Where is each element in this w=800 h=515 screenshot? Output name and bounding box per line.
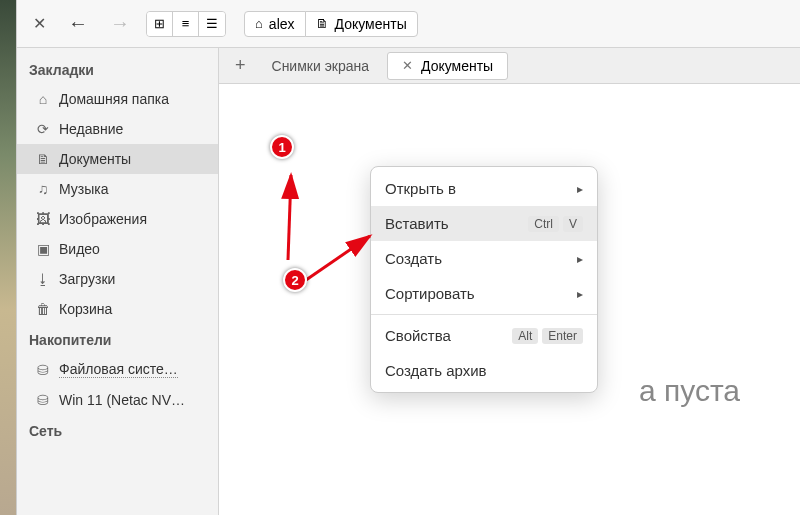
sidebar-item-pictures[interactable]: 🖼 Изображения: [17, 204, 218, 234]
recent-icon: ⟳: [35, 121, 51, 137]
shortcut-keys: Ctrl V: [528, 216, 583, 232]
annotation-badge-1: 1: [270, 135, 294, 159]
new-tab-button[interactable]: +: [227, 55, 254, 76]
menu-item-label: Открыть в: [385, 180, 456, 197]
tab-screenshots[interactable]: Снимки экрана: [258, 53, 383, 79]
submenu-arrow-icon: ▸: [577, 287, 583, 301]
menu-item-create-archive[interactable]: Создать архив: [371, 353, 597, 388]
sidebar-item-trash[interactable]: 🗑 Корзина: [17, 294, 218, 324]
sidebar-section-network: Сеть: [17, 415, 218, 445]
sidebar-item-music[interactable]: ♫ Музыка: [17, 174, 218, 204]
key-alt: Alt: [512, 328, 538, 344]
tab-bar: + Снимки экрана ✕ Документы: [219, 48, 800, 84]
sidebar-item-label: Корзина: [59, 301, 112, 317]
menu-item-create[interactable]: Создать ▸: [371, 241, 597, 276]
sidebar-item-label: Изображения: [59, 211, 147, 227]
home-icon: ⌂: [35, 91, 51, 107]
home-icon: ⌂: [255, 16, 263, 31]
toolbar: ✕ ← → ⊞ ≡ ☰ ⌂ alex 🗎 Документы: [17, 0, 800, 48]
menu-item-sort[interactable]: Сортировать ▸: [371, 276, 597, 311]
submenu-arrow-icon: ▸: [577, 252, 583, 266]
menu-item-properties[interactable]: Свойства Alt Enter: [371, 318, 597, 353]
sidebar: Закладки ⌂ Домашняя папка ⟳ Недавние 🗎 Д…: [17, 48, 219, 515]
annotation-badge-2: 2: [283, 268, 307, 292]
key-v: V: [563, 216, 583, 232]
document-icon: 🗎: [35, 151, 51, 167]
sidebar-item-label: Недавние: [59, 121, 123, 137]
pictures-icon: 🖼: [35, 211, 51, 227]
breadcrumb-segment-home[interactable]: ⌂ alex: [244, 11, 306, 37]
menu-separator: [371, 314, 597, 315]
sidebar-item-win11[interactable]: ⛁ Win 11 (Netac NV…: [17, 385, 218, 415]
sidebar-item-home[interactable]: ⌂ Домашняя папка: [17, 84, 218, 114]
menu-item-label: Свойства: [385, 327, 451, 344]
nav-back-button[interactable]: ←: [62, 12, 94, 35]
context-menu: Открыть в ▸ Вставить Ctrl V Создать ▸ Со…: [370, 166, 598, 393]
view-mode-group: ⊞ ≡ ☰: [146, 11, 226, 37]
trash-icon: 🗑: [35, 301, 51, 317]
drive-icon: ⛁: [35, 362, 51, 378]
tab-label: Документы: [421, 58, 493, 74]
sidebar-item-label: Файловая систе…: [59, 361, 178, 378]
tab-label: Снимки экрана: [272, 58, 369, 74]
document-icon: 🗎: [316, 16, 329, 31]
sidebar-item-label: Домашняя папка: [59, 91, 169, 107]
submenu-arrow-icon: ▸: [577, 182, 583, 196]
view-columns-button[interactable]: ☰: [199, 12, 225, 36]
breadcrumb: ⌂ alex 🗎 Документы: [244, 11, 418, 37]
menu-item-label: Создать архив: [385, 362, 487, 379]
sidebar-item-documents[interactable]: 🗎 Документы: [17, 144, 218, 174]
menu-item-paste[interactable]: Вставить Ctrl V: [371, 206, 597, 241]
tab-documents[interactable]: ✕ Документы: [387, 52, 508, 80]
breadcrumb-label: alex: [269, 16, 295, 32]
view-list-button[interactable]: ≡: [173, 12, 199, 36]
sidebar-item-label: Музыка: [59, 181, 109, 197]
key-enter: Enter: [542, 328, 583, 344]
shortcut-keys: Alt Enter: [512, 328, 583, 344]
video-icon: ▣: [35, 241, 51, 257]
close-tab-button[interactable]: ✕: [27, 14, 52, 33]
sidebar-item-videos[interactable]: ▣ Видео: [17, 234, 218, 264]
key-ctrl: Ctrl: [528, 216, 559, 232]
sidebar-item-label: Загрузки: [59, 271, 115, 287]
desktop-background-sliver: [0, 0, 16, 515]
view-grid-button[interactable]: ⊞: [147, 12, 173, 36]
sidebar-item-label: Документы: [59, 151, 131, 167]
sidebar-section-drives: Накопители: [17, 324, 218, 354]
sidebar-item-filesystem[interactable]: ⛁ Файловая систе…: [17, 354, 218, 385]
empty-folder-text: а пуста: [639, 374, 740, 408]
music-icon: ♫: [35, 181, 51, 197]
sidebar-item-downloads[interactable]: ⭳ Загрузки: [17, 264, 218, 294]
close-icon[interactable]: ✕: [402, 58, 413, 73]
menu-item-label: Создать: [385, 250, 442, 267]
menu-item-label: Сортировать: [385, 285, 475, 302]
drive-icon: ⛁: [35, 392, 51, 408]
sidebar-section-bookmarks: Закладки: [17, 54, 218, 84]
breadcrumb-segment-documents[interactable]: 🗎 Документы: [305, 11, 418, 37]
sidebar-item-label: Видео: [59, 241, 100, 257]
breadcrumb-label: Документы: [335, 16, 407, 32]
sidebar-item-label: Win 11 (Netac NV…: [59, 392, 185, 408]
sidebar-item-recent[interactable]: ⟳ Недавние: [17, 114, 218, 144]
nav-forward-button[interactable]: →: [104, 12, 136, 35]
download-icon: ⭳: [35, 271, 51, 287]
menu-item-open-in[interactable]: Открыть в ▸: [371, 171, 597, 206]
menu-item-label: Вставить: [385, 215, 449, 232]
